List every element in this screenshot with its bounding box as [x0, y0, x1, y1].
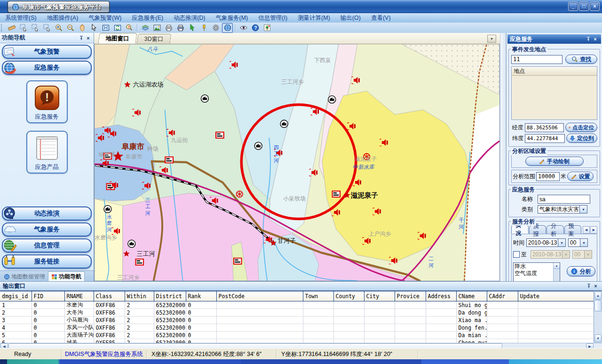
column-header[interactable]: County	[333, 292, 364, 301]
tab-scroll-right-icon[interactable]: ▶	[590, 226, 597, 234]
hour-dropdown-icon[interactable]: ▼	[580, 239, 587, 246]
map-drawing[interactable]: 八斗六运湖农场三工河乡下西泉九运街阜康市种场城关镇阜康市滋泥泉子中新水库滋泥泉子…	[95, 44, 499, 281]
column-header[interactable]: Class	[94, 292, 125, 301]
column-header[interactable]: District	[154, 292, 186, 301]
table-row[interactable]: 60城关OXFF8526523020000Cheng guan	[0, 339, 594, 343]
analysis-variable-list[interactable]: 降水空气温度 ▲	[513, 262, 560, 281]
column-header[interactable]: Rank	[186, 292, 216, 301]
variable-item-1[interactable]: 空气温度	[514, 270, 554, 277]
nav-group-bottom-1[interactable]: 气象服务	[2, 222, 92, 237]
table-row[interactable]: 10水磨沟OXFF8626523020000Shui mo gou	[0, 301, 594, 309]
toolbar-zoom-out-button[interactable]	[65, 23, 76, 33]
shelter-flag-icon[interactable]	[135, 259, 143, 265]
minimize-button[interactable]: _	[568, 2, 578, 11]
output-close-icon[interactable]: ×	[592, 283, 599, 289]
menu-item-9[interactable]: 查看(V)	[366, 14, 396, 22]
table-vertical-scrollbar[interactable]: ▲ ▼	[594, 291, 602, 343]
monitor-station-icon[interactable]	[280, 120, 288, 127]
toolbar-layers-button[interactable]	[140, 23, 150, 33]
analysis-tab-1[interactable]: 预报	[529, 225, 547, 234]
date-select[interactable]: 2010-08-13 ▼	[526, 238, 566, 247]
column-header[interactable]: PostCode	[216, 292, 303, 301]
place-list[interactable]: 地点	[511, 66, 597, 120]
column-header[interactable]: Provice	[395, 292, 426, 301]
left-panel-pin-icon[interactable]	[78, 35, 85, 41]
service-type-select[interactable]: 气象和洪水灾害 ▼	[538, 205, 587, 214]
toolbar-select-freehand-button[interactable]	[41, 23, 52, 33]
nav-group-bottom-3[interactable]: 服务链接	[2, 254, 92, 269]
scroll-down-icon[interactable]: ▼	[594, 334, 602, 342]
analysis-tab-0[interactable]: 实况	[511, 224, 529, 234]
menu-item-0[interactable]: 系统管理(S)	[0, 14, 42, 22]
column-header[interactable]: Address	[426, 292, 456, 301]
scroll-up-icon[interactable]: ▲	[554, 263, 560, 269]
toolbar-export-image-button[interactable]	[151, 23, 162, 33]
analyze-button[interactable]: 分析	[567, 266, 595, 277]
toolbar-pan-button[interactable]	[77, 23, 87, 33]
service-name-input[interactable]: sa	[538, 195, 590, 204]
right-panel-pin-icon[interactable]	[585, 36, 592, 42]
restore-button[interactable]: □	[579, 2, 589, 11]
toolbar-settings-gear-button[interactable]	[210, 23, 221, 33]
map-tab-1[interactable]: 3D窗口	[137, 34, 172, 44]
shelter-flag-icon[interactable]	[216, 132, 224, 138]
close-button[interactable]: ×	[590, 2, 600, 11]
toolbar-legend-tree-button[interactable]	[261, 23, 272, 33]
column-header[interactable]: Update	[518, 292, 594, 301]
nav-group-0[interactable]: 气象预警	[2, 45, 92, 59]
scroll-thumb[interactable]	[594, 300, 602, 311]
shelter-flag-icon[interactable]	[234, 258, 242, 264]
menu-item-5[interactable]: 气象服务(M)	[211, 14, 253, 22]
monitor-station-icon[interactable]	[104, 206, 111, 213]
to-checkbox[interactable]	[513, 251, 520, 258]
output-pin-icon[interactable]	[585, 283, 592, 289]
toolbar-zoom-in-button[interactable]	[53, 23, 64, 33]
table-row[interactable]: 20大冬沟OXFF8626523020000Da dong gou	[0, 309, 594, 317]
tab-scroll-left-icon[interactable]: ◀	[583, 226, 590, 234]
column-header[interactable]: City	[364, 292, 395, 301]
left-panel-close-icon[interactable]: ×	[85, 35, 92, 41]
column-header[interactable]: RNAME	[64, 292, 94, 301]
search-button[interactable]: 查找	[565, 55, 597, 64]
variable-list-scrollbar[interactable]: ▲	[553, 263, 560, 281]
range-set-button[interactable]: 设置	[567, 172, 594, 181]
toolbar-visibility-eye-button[interactable]	[238, 23, 249, 33]
toolbar-print-setup-button[interactable]	[175, 23, 186, 33]
title-bar[interactable]: 阜康市气象预警应急服务平台 _ □ ×	[0, 0, 602, 13]
column-header[interactable]: Within	[125, 292, 154, 301]
longitude-value[interactable]: 88.3625506	[525, 123, 564, 132]
shelter-flag-icon[interactable]	[332, 191, 340, 197]
column-header[interactable]: dmgis_id	[0, 292, 32, 301]
locate-to-button[interactable]: 定位到	[566, 134, 597, 143]
manual-draw-button[interactable]: 手动绘制	[525, 157, 584, 166]
nav-group-bottom-0[interactable]: 动态推演	[2, 206, 92, 221]
nav-group-bottom-2[interactable]: 信息管理	[2, 238, 92, 253]
analysis-range-input[interactable]: 10000	[536, 172, 560, 181]
menu-item-8[interactable]: 输出(O)	[335, 14, 366, 22]
toolbar-print-button[interactable]	[163, 23, 174, 33]
menu-item-2[interactable]: 气象预警(W)	[83, 14, 127, 22]
column-header[interactable]: CAddr	[487, 292, 518, 301]
table-row[interactable]: 30小马厩沟OXFF8626523020000Xiao ma ...	[0, 317, 594, 324]
monitor-station-icon[interactable]	[254, 142, 262, 150]
menu-item-1[interactable]: 地图操作(A)	[42, 14, 84, 22]
toolbar-refresh-button[interactable]	[112, 23, 123, 33]
tool-button-1[interactable]: 应急产品	[26, 131, 68, 174]
toolbar-select-rect-button[interactable]	[18, 23, 29, 33]
toolbar-globe-service-button[interactable]	[222, 23, 233, 33]
toolbar-place-pin-button[interactable]	[198, 23, 209, 33]
date-dropdown-icon[interactable]: ▼	[558, 239, 565, 246]
toolbar-grip[interactable]	[1, 24, 4, 32]
table-row[interactable]: 40东风一小队OXFF8626523020000Dong fen...	[0, 324, 594, 332]
monitor-station-icon[interactable]	[201, 95, 208, 103]
variable-item-0[interactable]: 降水	[514, 263, 554, 270]
menu-item-4[interactable]: 动态推演(D)	[168, 14, 210, 22]
left-tab-1[interactable]: 功能导航	[48, 271, 85, 281]
monitor-station-icon[interactable]	[128, 240, 135, 247]
map-tab-dropdown-icon[interactable]: ▼	[487, 35, 496, 43]
column-header[interactable]: CName	[456, 292, 487, 301]
shelter-flag-icon[interactable]	[165, 157, 173, 163]
column-header[interactable]: FID	[32, 292, 64, 301]
scroll-up-icon[interactable]: ▲	[594, 292, 602, 300]
analysis-tab-2[interactable]: 分析	[547, 225, 564, 234]
